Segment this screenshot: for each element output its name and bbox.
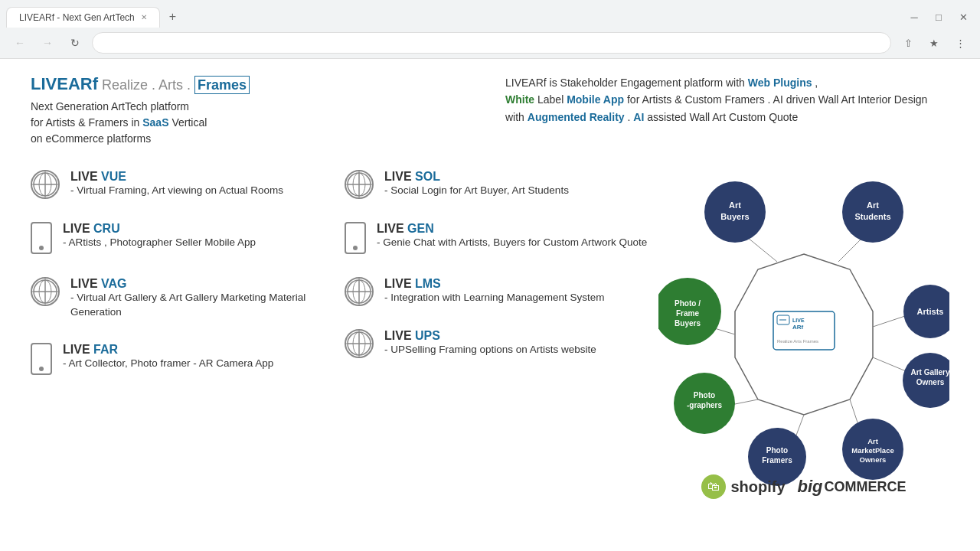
svg-text:Students: Students	[854, 212, 890, 221]
feature-far-text: LIVE FAR - Art Collector, Photo framer -…	[63, 343, 273, 371]
feature-far-name: LIVE FAR	[63, 343, 118, 356]
feature-cru-desc: - ARtists , Photographer Seller Mobile A…	[63, 236, 256, 250]
svg-point-4	[34, 280, 57, 303]
header-section: LIVEARf Realize . Arts . Frames Next Gen…	[31, 74, 949, 147]
browser-tab[interactable]: LIVEARf - Next Gen ArtTech ✕	[6, 7, 160, 28]
svg-text:Art: Art	[867, 437, 879, 445]
svg-point-8	[348, 173, 371, 196]
svg-text:Framers: Framers	[762, 456, 792, 465]
svg-text:LIVE: LIVE	[792, 318, 805, 323]
feature-lms-text: LIVE LMS - Integration with Learning Man…	[384, 277, 604, 305]
desc-white: White	[505, 93, 534, 106]
feature-gen-name: LIVE GEN	[377, 222, 434, 235]
desc-label: Label	[534, 93, 567, 106]
globe-icon-vue	[31, 170, 60, 199]
new-tab-button[interactable]: +	[163, 7, 182, 27]
shopify-bag-icon: 🛍	[701, 474, 726, 499]
diagram-svg: LIVE ARf Realize Arts Frames Art Buyers …	[658, 170, 949, 491]
mobile-icon-gen	[345, 222, 366, 254]
forward-button[interactable]: →	[37, 32, 58, 54]
feature-vue-text: LIVE VUE - Virtual Framing, Art viewing …	[70, 170, 283, 198]
tagline: Next Generation ArtTech platformfor Arti…	[31, 99, 475, 147]
feature-ups: LIVE UPS - UPSelling Framing options on …	[345, 329, 658, 358]
svg-point-9	[353, 173, 365, 196]
feature-vag-text: LIVE VAG - Virtual Art Gallery & Art Gal…	[70, 277, 345, 320]
feature-cru-name: LIVE CRU	[63, 222, 120, 235]
desc-webplugins: Web Plugins	[748, 77, 812, 89]
close-button[interactable]: ✕	[952, 6, 974, 28]
nav-bar: ← → ↻ ⇧ ★ ⋮	[0, 28, 980, 58]
svg-point-16	[348, 332, 371, 355]
bookmark-icon[interactable]: ★	[923, 32, 945, 54]
feature-lms-name: LIVE LMS	[384, 277, 441, 290]
desc-text: LIVEARf is Stakeholder Engagement platfo…	[505, 77, 748, 89]
svg-text:Owners: Owners	[916, 378, 945, 386]
feature-lms-desc: - Integration with Learning Management S…	[384, 291, 604, 305]
feature-vue-desc: - Virtual Framing, Art viewing on Actual…	[70, 184, 283, 198]
logo-arf: ARf	[68, 74, 98, 93]
desc-dot: .	[625, 111, 634, 123]
globe-icon-vag	[31, 277, 60, 306]
svg-text:Artists: Artists	[917, 307, 944, 316]
feature-cru-text: LIVE CRU - ARtists , Photographer Seller…	[63, 222, 256, 250]
bigcommerce-logo: big COMMERCE	[798, 477, 906, 497]
maximize-button[interactable]: □	[928, 6, 949, 28]
svg-text:Art: Art	[729, 201, 741, 210]
shopify-text: shopify	[730, 478, 785, 496]
ecommerce-logos: 🛍 shopify big COMMERCE	[658, 474, 949, 499]
mobile-icon-cru	[31, 222, 52, 254]
svg-text:Frame: Frame	[676, 309, 699, 318]
svg-text:Photo: Photo	[766, 446, 788, 455]
logo-live: LIVE	[31, 74, 68, 93]
svg-text:Photo: Photo	[694, 391, 715, 399]
menu-icon[interactable]: ⋮	[949, 32, 971, 54]
feature-gen-desc: - Genie Chat with Artists, Buyers for Cu…	[377, 236, 647, 250]
svg-text:Realize Arts Frames: Realize Arts Frames	[777, 339, 818, 344]
feature-vag-desc: - Virtual Art Gallery & Art Gallery Mark…	[70, 291, 345, 320]
desc-rest: assisted Wall Art Custom Quote	[644, 111, 798, 123]
svg-text:Owners: Owners	[860, 455, 887, 464]
tab-close-button[interactable]: ✕	[141, 13, 147, 21]
feature-far-desc: - Art Collector, Photo framer - AR Camer…	[63, 357, 273, 371]
tab-bar: LIVEARf - Next Gen ArtTech ✕ + ─ □ ✕	[0, 0, 980, 28]
tab-title: LIVEARf - Next Gen ArtTech	[19, 12, 135, 23]
svg-text:-graphers: -graphers	[687, 401, 723, 409]
features-col-1: LIVE VUE - Virtual Framing, Art viewing …	[31, 170, 345, 491]
page-content: LIVEARf Realize . Arts . Frames Next Gen…	[0, 59, 980, 507]
feature-ups-name: LIVE UPS	[384, 329, 440, 342]
share-icon[interactable]: ⇧	[897, 32, 919, 54]
feature-gen: LIVE GEN - Genie Chat with Artists, Buye…	[345, 222, 658, 254]
features-col-2: LIVE SOL - Social Login for Art Buyer, A…	[345, 170, 658, 491]
feature-lms: LIVE LMS - Integration with Learning Man…	[345, 277, 658, 306]
feature-sol-desc: - Social Login for Art Buyer, Art Studen…	[384, 184, 569, 198]
feature-ups-desc: - UPSelling Framing options on Artists w…	[384, 343, 596, 357]
svg-text:Buyers: Buyers	[675, 319, 701, 328]
features-section: LIVE VUE - Virtual Framing, Art viewing …	[31, 170, 949, 491]
feature-sol-text: LIVE SOL - Social Login for Art Buyer, A…	[384, 170, 569, 198]
svg-point-5	[39, 280, 51, 303]
minimize-button[interactable]: ─	[903, 6, 925, 28]
svg-point-0	[34, 173, 57, 196]
svg-point-13	[353, 280, 365, 303]
mobile-icon-far	[31, 343, 52, 375]
feature-far: LIVE FAR - Art Collector, Photo framer -…	[31, 343, 345, 375]
feature-vue-name: LIVE VUE	[70, 170, 126, 183]
diagram-container: LIVE ARf Realize Arts Frames Art Buyers …	[658, 170, 949, 491]
feature-vag: LIVE VAG - Virtual Art Gallery & Art Gal…	[31, 277, 345, 320]
svg-point-1	[39, 173, 51, 196]
svg-text:Art: Art	[867, 201, 879, 210]
feature-vue: LIVE VUE - Virtual Framing, Art viewing …	[31, 170, 345, 199]
reload-button[interactable]: ↻	[64, 32, 86, 54]
desc-mobileapp: Mobile App	[567, 93, 624, 106]
logo-frames: Frames	[194, 76, 250, 94]
svg-text:MarketPlace: MarketPlace	[851, 446, 893, 455]
description-area: LIVEARf is Stakeholder Engagement platfo…	[505, 74, 949, 147]
back-button[interactable]: ←	[9, 32, 31, 54]
feature-sol-name: LIVE SOL	[384, 170, 440, 183]
globe-icon-sol	[345, 170, 374, 199]
svg-point-12	[348, 280, 371, 303]
feature-cru: LIVE CRU - ARtists , Photographer Seller…	[31, 222, 345, 254]
shopify-logo: 🛍 shopify	[701, 474, 785, 499]
svg-point-17	[353, 332, 365, 355]
address-bar[interactable]	[92, 32, 891, 54]
